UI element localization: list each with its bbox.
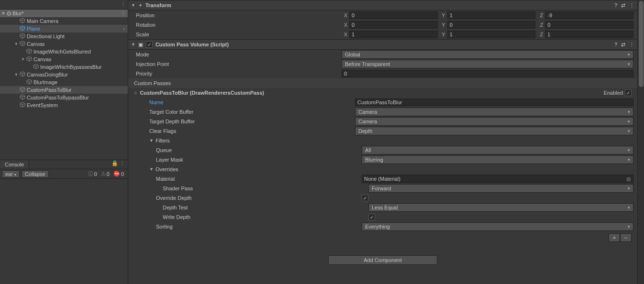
filters-fold[interactable]: ▼Filters (128, 136, 637, 145)
transform-row: ScaleXYZ (128, 30, 637, 39)
transform-row: PositionXYZ (128, 11, 637, 20)
injection-dropdown[interactable]: Before Transparent (342, 60, 633, 68)
script-icon: ▣ (138, 42, 143, 48)
mode-dropdown[interactable]: Global (342, 50, 633, 59)
z-input[interactable] (545, 21, 633, 29)
override-depth-checkbox[interactable] (362, 195, 368, 201)
fold-icon[interactable]: ▼ (131, 42, 135, 47)
hierarchy-label: Directional Light (26, 33, 65, 39)
inspector-scrollbar[interactable] (637, 0, 644, 284)
hierarchy-item[interactable]: EventSystem (0, 101, 128, 109)
hierarchy-item[interactable]: ImageWhichBypassesBlur (0, 63, 128, 71)
hierarchy-label: ImageWhichBypassesBlur (39, 64, 101, 70)
lock-icon[interactable]: 🔒 ⋮ (111, 160, 128, 169)
hierarchy-item[interactable]: CustomPassToBlur (0, 86, 128, 94)
hierarchy-item[interactable]: BlurImage (0, 78, 128, 86)
scrollbar-thumb[interactable] (639, 1, 644, 87)
gameobject-icon (33, 64, 39, 70)
mode-row: Mode Global (128, 50, 637, 59)
z-input[interactable] (545, 11, 633, 19)
console-tab-row: Console 🔒 ⋮ (0, 160, 128, 169)
hierarchy-label: CustomPassToBlur (26, 87, 72, 93)
z-input[interactable] (545, 31, 633, 38)
collapse-button[interactable]: Collapse (22, 170, 49, 178)
hierarchy-item[interactable]: Directional Light (0, 33, 128, 40)
hierarchy-label: BlurImage (33, 79, 57, 85)
fold-arrow-icon[interactable]: ▼ (13, 42, 19, 46)
unity-logo-icon: ⏣ (6, 11, 12, 17)
clear-button[interactable]: ear (2, 170, 20, 178)
hierarchy-item[interactable]: ▼Canvas (0, 55, 128, 63)
priority-input[interactable] (342, 70, 633, 77)
pass-item-header[interactable]: ≡ CustomPassToBlur (DrawRenderersCustomP… (128, 88, 637, 98)
warn-count[interactable]: ⚠0 (99, 170, 111, 177)
hierarchy-item[interactable]: Plane› (0, 25, 128, 33)
overrides-fold[interactable]: ▼Overrides (128, 164, 637, 174)
error-count[interactable]: ⛔0 (111, 170, 126, 177)
remove-pass-button[interactable]: − (620, 233, 632, 242)
info-count[interactable]: ⓘ0 (86, 170, 99, 177)
preset-icon[interactable]: ⇄ (621, 42, 625, 48)
tdb-dropdown[interactable]: Camera (355, 117, 633, 126)
y-input[interactable] (447, 21, 536, 29)
fold-arrow-icon[interactable]: ▼ (20, 57, 26, 62)
layer-dropdown[interactable]: Blurring (362, 155, 633, 164)
x-input[interactable] (349, 31, 438, 38)
gameobject-icon (26, 48, 33, 55)
hierarchy-label: Canvas (26, 41, 44, 47)
x-input[interactable] (349, 11, 438, 19)
drag-handle-icon[interactable]: ≡ (134, 90, 137, 96)
fold-arrow-icon[interactable]: ▼ (1, 11, 6, 16)
console-toolbar: ear Collapse ⓘ0 ⚠0 ⛔0 (0, 169, 128, 179)
hierarchy-item[interactable]: CustomPassToBypassBlur (0, 94, 128, 101)
hierarchy-item[interactable]: ▼Canvas (0, 40, 128, 48)
component-title: Transform (145, 2, 171, 8)
menu-icon[interactable]: ⋮ (629, 42, 634, 48)
x-input[interactable] (349, 21, 438, 29)
transform-header[interactable]: ▼ ✦ Transform ? ⇄ ⋮ (128, 0, 637, 11)
material-field[interactable]: None (Material)◎ (362, 175, 633, 183)
y-input[interactable] (447, 11, 536, 19)
hierarchy-item[interactable]: Main Camera (0, 17, 128, 25)
custom-passes-header: Custom Passes (128, 78, 637, 88)
shader-dropdown[interactable]: Forward (368, 184, 633, 193)
console-tab[interactable]: Console (0, 160, 29, 169)
gameobject-icon (19, 87, 26, 93)
help-icon[interactable]: ? (614, 2, 617, 9)
scene-menu-icon[interactable]: ⋮ (121, 11, 128, 17)
pass-enabled-checkbox[interactable] (625, 89, 632, 96)
inspector-panel: ▼ ✦ Transform ? ⇄ ⋮ PositionXYZRotationX… (128, 0, 637, 284)
clear-dropdown[interactable]: Depth (355, 127, 633, 135)
cpv-header[interactable]: ▼ ▣ Custom Pass Volume (Script) ? ⇄ ⋮ (128, 39, 637, 50)
y-input[interactable] (447, 31, 536, 38)
queue-dropdown[interactable]: All (362, 146, 633, 154)
gameobject-icon (19, 18, 26, 24)
sorting-dropdown[interactable]: Everything (362, 222, 633, 231)
hierarchy-item[interactable]: ImageWhichGetsBlurred (0, 48, 128, 55)
write-depth-checkbox[interactable] (368, 214, 375, 220)
list-footer: + − (128, 231, 637, 244)
help-icon[interactable]: ? (614, 42, 617, 48)
name-input[interactable] (355, 98, 633, 106)
priority-row: Priority (128, 69, 637, 78)
depthtest-dropdown[interactable]: Less Equal (368, 203, 633, 212)
gameobject-icon (19, 33, 26, 40)
scene-row[interactable]: ▼ ⏣ Blur* ⋮ (0, 10, 128, 17)
hierarchy-item[interactable]: ▼CanvasDoingBlur (0, 71, 128, 78)
menu-icon[interactable]: ⋮ (629, 2, 634, 9)
fold-icon[interactable]: ▼ (131, 3, 135, 8)
hierarchy-label: Main Camera (26, 18, 58, 24)
preset-icon[interactable]: ⇄ (621, 2, 625, 9)
transform-row: RotationXYZ (128, 20, 637, 30)
add-component-button[interactable]: Add Component (328, 255, 437, 265)
tcb-dropdown[interactable]: Camera (355, 108, 633, 116)
panel-menu-icon[interactable]: ⋮ (121, 1, 126, 8)
hierarchy-label: EventSystem (26, 102, 58, 108)
hierarchy-label: CanvasDoingBlur (26, 72, 68, 77)
gameobject-icon (19, 71, 26, 78)
fold-arrow-icon[interactable]: ▼ (13, 72, 19, 77)
hierarchy-label: Plane (26, 26, 40, 32)
add-pass-button[interactable]: + (609, 233, 620, 242)
transform-icon: ✦ (138, 2, 143, 9)
enable-checkbox[interactable] (146, 41, 153, 48)
